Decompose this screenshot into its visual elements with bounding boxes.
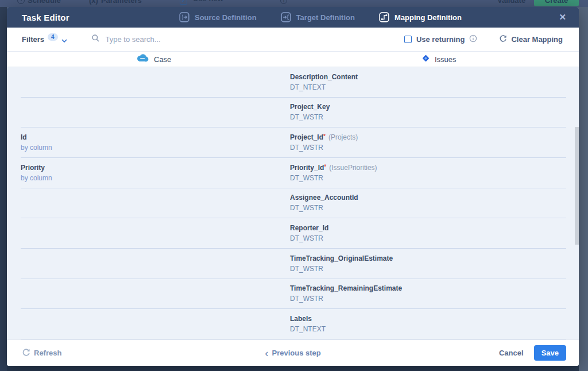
tab-label: Target Definition	[296, 13, 355, 22]
background-use-new-label: Use new	[193, 0, 223, 3]
chevron-left-icon: ‹	[265, 349, 268, 357]
background-info: i	[280, 0, 287, 4]
required-asterisk: *	[324, 164, 326, 170]
salesforce-icon	[136, 53, 149, 65]
mapping-row[interactable]: Assignee_AccountIdDT_WSTR	[21, 188, 566, 219]
use-returning-toggle[interactable]: Use returning	[404, 34, 478, 45]
tab-bar: Source Definition Target Definition	[179, 7, 462, 28]
cancel-button[interactable]: Cancel	[499, 349, 524, 357]
use-returning-label: Use returning	[416, 35, 465, 44]
chevron-down-icon	[61, 34, 67, 45]
modal-title: Task Editor	[22, 13, 69, 22]
source-column-label: Case	[154, 55, 171, 64]
close-icon[interactable]: ✕	[559, 12, 566, 22]
tab-source-definition[interactable]: Source Definition	[179, 12, 257, 22]
source-field-name: Priority	[21, 164, 290, 172]
target-field-type: DT_WSTR	[290, 113, 566, 121]
target-field-type: DT_WSTR	[290, 144, 566, 152]
source-field-mode: by column	[21, 174, 290, 182]
background-parameters: (x) Parameters	[89, 0, 142, 5]
target-field-name: TimeTracking_RemainingEstimate	[290, 284, 566, 292]
reference-object: (IssuePriorities)	[329, 164, 377, 172]
tab-label: Mapping Definition	[394, 13, 462, 22]
source-column-header: Case	[136, 52, 171, 67]
tab-mapping-definition[interactable]: Mapping Definition	[379, 12, 462, 22]
target-field-name: Project_Key	[290, 103, 566, 111]
target-field-type: DT_NTEXT	[290, 83, 566, 91]
mapping-row[interactable]: TimeTracking_OriginalEstimateDT_WSTR	[21, 249, 566, 279]
overlay-right	[579, 7, 588, 371]
mapping-row[interactable]: Project_KeyDT_WSTR	[21, 98, 566, 128]
clear-mapping-label: Clear Mapping	[511, 35, 563, 44]
clear-mapping-button[interactable]: Clear Mapping	[499, 34, 563, 44]
info-icon[interactable]	[469, 34, 477, 45]
checked-checkbox-icon: ✓	[180, 0, 187, 5]
target-field-name: Assignee_AccountId	[290, 194, 566, 202]
mapping-row[interactable]: Reporter_IdDT_WSTR	[21, 218, 566, 249]
mapping-row[interactable]: Priorityby column Priority_Id*(IssuePrio…	[21, 158, 566, 188]
source-field-name: Id	[21, 133, 290, 141]
refresh-icon	[22, 348, 30, 358]
target-field-name: Reporter_Id	[290, 224, 566, 232]
task-editor-modal: Task Editor Source Definition	[7, 7, 579, 366]
save-button[interactable]: Save	[534, 345, 566, 361]
mapping-row[interactable]: LabelsDT_NTEXT	[21, 309, 566, 339]
previous-step-label: Previous step	[272, 349, 321, 357]
filter-bar: Filters 4 Use returning	[7, 28, 579, 52]
clear-mapping-icon	[499, 34, 507, 44]
source-definition-icon	[179, 12, 189, 22]
required-asterisk: *	[323, 133, 326, 140]
filters-count-badge: 4	[48, 33, 58, 41]
target-field-type: DT_WSTR	[290, 295, 566, 303]
target-field-type: DT_WSTR	[290, 234, 566, 242]
scrollbar-thumb[interactable]	[575, 127, 579, 245]
parameters-icon: (x)	[89, 0, 98, 5]
background-checkbox: ✓	[180, 0, 187, 5]
jira-icon	[421, 54, 430, 65]
background-schedule: Schedule	[17, 0, 61, 5]
modal-footer: Refresh ‹ Previous step Cancel Save	[7, 339, 579, 366]
search-box	[91, 34, 404, 45]
mapping-row[interactable]: Description_ContentDT_NTEXT	[21, 67, 566, 98]
target-field-type: DT_WSTR	[290, 204, 566, 212]
target-field-name: Description_Content	[290, 73, 566, 81]
clock-icon	[17, 0, 25, 4]
target-column-label: Issues	[435, 55, 457, 64]
tab-target-definition[interactable]: Target Definition	[281, 12, 355, 22]
use-returning-checkbox[interactable]	[404, 36, 412, 43]
target-field-name: TimeTracking_OriginalEstimate	[290, 254, 566, 262]
modal-header: Task Editor Source Definition	[7, 7, 579, 28]
target-field-type: DT_WSTR	[290, 174, 566, 182]
overlay-left	[0, 7, 7, 371]
source-field-mode: by column	[21, 144, 290, 152]
mapping-row[interactable]: Idby column Project_Id*(Projects)DT_WSTR	[21, 127, 566, 158]
refresh-button[interactable]: Refresh	[22, 348, 61, 358]
reference-object: (Projects)	[328, 133, 358, 141]
background-toolbar: Schedule (x) Parameters ✓ Use new i Vali…	[0, 0, 588, 7]
background-create-button: Create	[534, 0, 579, 6]
target-field-type: DT_NTEXT	[290, 325, 566, 333]
column-header-bar: Case Issues	[7, 52, 579, 67]
info-icon: i	[280, 0, 287, 4]
filters-label: Filters	[22, 35, 44, 44]
target-field-type: DT_WSTR	[290, 265, 566, 273]
overlay-bottom	[7, 366, 579, 371]
filters-dropdown[interactable]: Filters 4	[22, 34, 67, 45]
target-column-header: Issues	[421, 52, 457, 67]
target-field-name: Labels	[290, 315, 566, 323]
target-field-name: Priority_Id*(IssuePriorities)	[290, 164, 566, 172]
search-input[interactable]	[106, 35, 278, 44]
mapping-list: Description_ContentDT_NTEXT Project_KeyD…	[7, 67, 579, 339]
tab-label: Source Definition	[195, 13, 257, 22]
search-icon	[91, 34, 100, 45]
target-field-name: Project_Id*(Projects)	[290, 133, 566, 141]
target-definition-icon	[281, 12, 291, 22]
mapping-definition-icon	[379, 12, 389, 22]
background-validate: Validate	[497, 0, 525, 5]
footer-actions: Cancel Save	[499, 345, 566, 361]
refresh-label: Refresh	[34, 349, 61, 357]
previous-step-button[interactable]: ‹ Previous step	[265, 349, 321, 357]
mapping-row[interactable]: TimeTracking_RemainingEstimateDT_WSTR	[21, 279, 566, 310]
